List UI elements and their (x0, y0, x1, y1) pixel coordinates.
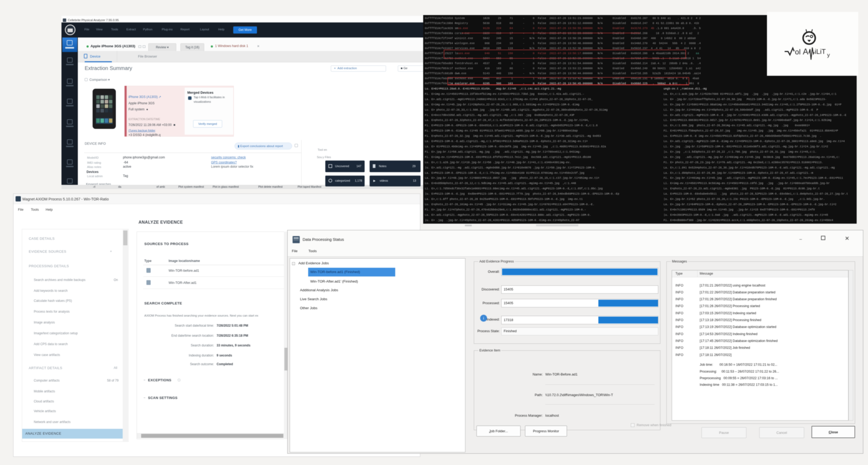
svg-text:iLiT: iLiT (815, 48, 826, 55)
svg-text:y: y (827, 52, 830, 58)
svg-text:A: A (803, 47, 808, 56)
svg-text:ol: ol (795, 48, 801, 56)
